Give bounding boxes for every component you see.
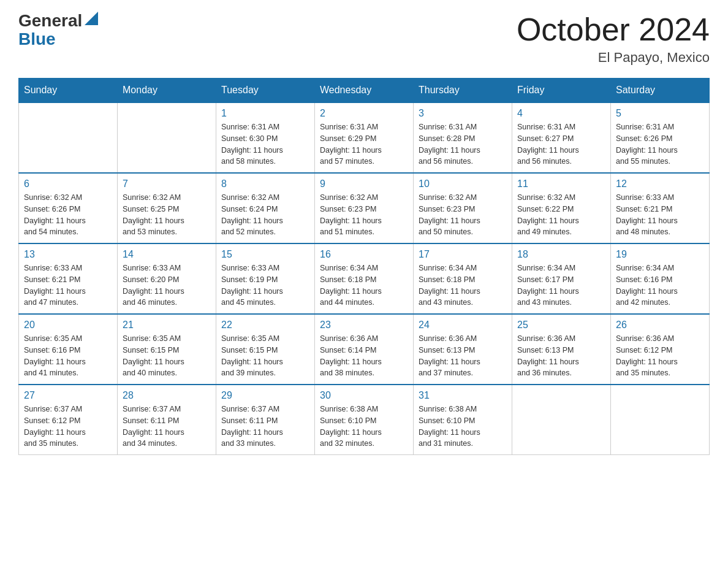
day-info: Sunrise: 6:34 AM Sunset: 6:18 PM Dayligh… <box>419 262 507 308</box>
day-number: 30 <box>320 390 408 401</box>
calendar-cell: 22Sunrise: 6:35 AM Sunset: 6:15 PM Dayli… <box>216 314 315 385</box>
calendar-cell: 24Sunrise: 6:36 AM Sunset: 6:13 PM Dayli… <box>414 314 512 385</box>
calendar-day-header: Monday <box>118 79 216 103</box>
calendar-cell: 26Sunrise: 6:36 AM Sunset: 6:12 PM Dayli… <box>611 314 710 385</box>
calendar-day-header: Saturday <box>611 79 710 103</box>
day-number: 9 <box>320 178 408 190</box>
day-info: Sunrise: 6:37 AM Sunset: 6:12 PM Dayligh… <box>24 404 112 450</box>
calendar-day-header: Friday <box>512 79 611 103</box>
calendar-cell: 11Sunrise: 6:32 AM Sunset: 6:22 PM Dayli… <box>512 173 611 243</box>
subtitle: El Papayo, Mexico <box>517 50 710 66</box>
logo-triangle-icon <box>85 12 98 25</box>
calendar-cell: 20Sunrise: 6:35 AM Sunset: 6:16 PM Dayli… <box>19 314 118 385</box>
day-info: Sunrise: 6:35 AM Sunset: 6:15 PM Dayligh… <box>123 333 211 379</box>
logo: General Blue <box>18 12 98 49</box>
day-number: 20 <box>24 320 112 331</box>
day-info: Sunrise: 6:36 AM Sunset: 6:14 PM Dayligh… <box>320 333 408 379</box>
calendar-cell: 7Sunrise: 6:32 AM Sunset: 6:25 PM Daylig… <box>118 173 216 243</box>
day-number: 2 <box>320 108 408 119</box>
day-info: Sunrise: 6:32 AM Sunset: 6:26 PM Dayligh… <box>24 192 112 238</box>
day-info: Sunrise: 6:31 AM Sunset: 6:28 PM Dayligh… <box>419 121 507 167</box>
day-number: 23 <box>320 320 408 331</box>
day-number: 18 <box>517 249 605 260</box>
calendar-week-row: 20Sunrise: 6:35 AM Sunset: 6:16 PM Dayli… <box>19 314 710 385</box>
calendar-cell <box>512 385 611 455</box>
day-number: 13 <box>24 249 112 260</box>
calendar-cell: 3Sunrise: 6:31 AM Sunset: 6:28 PM Daylig… <box>414 102 512 173</box>
day-number: 15 <box>221 249 309 260</box>
day-info: Sunrise: 6:34 AM Sunset: 6:18 PM Dayligh… <box>320 262 408 308</box>
day-info: Sunrise: 6:33 AM Sunset: 6:21 PM Dayligh… <box>616 192 704 238</box>
calendar-week-row: 6Sunrise: 6:32 AM Sunset: 6:26 PM Daylig… <box>19 173 710 243</box>
day-info: Sunrise: 6:36 AM Sunset: 6:13 PM Dayligh… <box>517 333 605 379</box>
calendar-day-header: Tuesday <box>216 79 315 103</box>
day-info: Sunrise: 6:32 AM Sunset: 6:22 PM Dayligh… <box>517 192 605 238</box>
calendar-week-row: 1Sunrise: 6:31 AM Sunset: 6:30 PM Daylig… <box>19 102 710 173</box>
day-info: Sunrise: 6:32 AM Sunset: 6:23 PM Dayligh… <box>419 192 507 238</box>
day-number: 11 <box>517 178 605 190</box>
calendar-cell: 9Sunrise: 6:32 AM Sunset: 6:23 PM Daylig… <box>315 173 414 243</box>
day-info: Sunrise: 6:38 AM Sunset: 6:10 PM Dayligh… <box>320 404 408 450</box>
day-number: 21 <box>123 320 211 331</box>
day-number: 1 <box>221 108 309 119</box>
day-info: Sunrise: 6:33 AM Sunset: 6:19 PM Dayligh… <box>221 262 309 308</box>
day-number: 4 <box>517 108 605 119</box>
calendar-cell: 8Sunrise: 6:32 AM Sunset: 6:24 PM Daylig… <box>216 173 315 243</box>
calendar-cell: 18Sunrise: 6:34 AM Sunset: 6:17 PM Dayli… <box>512 243 611 314</box>
day-number: 29 <box>221 390 309 401</box>
calendar-cell: 27Sunrise: 6:37 AM Sunset: 6:12 PM Dayli… <box>19 385 118 455</box>
day-number: 12 <box>616 178 704 190</box>
calendar-body: 1Sunrise: 6:31 AM Sunset: 6:30 PM Daylig… <box>19 102 710 455</box>
day-number: 27 <box>24 390 112 401</box>
day-info: Sunrise: 6:33 AM Sunset: 6:21 PM Dayligh… <box>24 262 112 308</box>
day-number: 10 <box>419 178 507 190</box>
day-number: 28 <box>123 390 211 401</box>
calendar-cell: 17Sunrise: 6:34 AM Sunset: 6:18 PM Dayli… <box>414 243 512 314</box>
main-title: October 2024 <box>517 12 710 47</box>
calendar-cell: 13Sunrise: 6:33 AM Sunset: 6:21 PM Dayli… <box>19 243 118 314</box>
day-number: 5 <box>616 108 704 119</box>
calendar-cell: 15Sunrise: 6:33 AM Sunset: 6:19 PM Dayli… <box>216 243 315 314</box>
calendar-cell: 21Sunrise: 6:35 AM Sunset: 6:15 PM Dayli… <box>118 314 216 385</box>
calendar-cell: 10Sunrise: 6:32 AM Sunset: 6:23 PM Dayli… <box>414 173 512 243</box>
day-number: 22 <box>221 320 309 331</box>
day-number: 19 <box>616 249 704 260</box>
calendar-cell: 29Sunrise: 6:37 AM Sunset: 6:11 PM Dayli… <box>216 385 315 455</box>
calendar-table: SundayMondayTuesdayWednesdayThursdayFrid… <box>18 78 710 455</box>
day-number: 24 <box>419 320 507 331</box>
calendar-cell: 19Sunrise: 6:34 AM Sunset: 6:16 PM Dayli… <box>611 243 710 314</box>
day-info: Sunrise: 6:36 AM Sunset: 6:12 PM Dayligh… <box>616 333 704 379</box>
calendar-cell: 28Sunrise: 6:37 AM Sunset: 6:11 PM Dayli… <box>118 385 216 455</box>
calendar-cell: 31Sunrise: 6:38 AM Sunset: 6:10 PM Dayli… <box>414 385 512 455</box>
calendar-cell: 16Sunrise: 6:34 AM Sunset: 6:18 PM Dayli… <box>315 243 414 314</box>
calendar-cell: 14Sunrise: 6:33 AM Sunset: 6:20 PM Dayli… <box>118 243 216 314</box>
page-header: General Blue October 2024 El Papayo, Mex… <box>18 12 710 66</box>
day-info: Sunrise: 6:31 AM Sunset: 6:29 PM Dayligh… <box>320 121 408 167</box>
calendar-cell: 6Sunrise: 6:32 AM Sunset: 6:26 PM Daylig… <box>19 173 118 243</box>
calendar-cell: 12Sunrise: 6:33 AM Sunset: 6:21 PM Dayli… <box>611 173 710 243</box>
calendar-cell: 30Sunrise: 6:38 AM Sunset: 6:10 PM Dayli… <box>315 385 414 455</box>
logo-blue-text: Blue <box>18 29 56 49</box>
calendar-week-row: 13Sunrise: 6:33 AM Sunset: 6:21 PM Dayli… <box>19 243 710 314</box>
day-info: Sunrise: 6:31 AM Sunset: 6:26 PM Dayligh… <box>616 121 704 167</box>
day-number: 17 <box>419 249 507 260</box>
day-number: 31 <box>419 390 507 401</box>
day-number: 8 <box>221 178 309 190</box>
calendar-cell: 23Sunrise: 6:36 AM Sunset: 6:14 PM Dayli… <box>315 314 414 385</box>
svg-marker-0 <box>85 12 98 25</box>
day-number: 6 <box>24 178 112 190</box>
day-info: Sunrise: 6:31 AM Sunset: 6:30 PM Dayligh… <box>221 121 309 167</box>
day-number: 26 <box>616 320 704 331</box>
day-info: Sunrise: 6:34 AM Sunset: 6:17 PM Dayligh… <box>517 262 605 308</box>
day-info: Sunrise: 6:38 AM Sunset: 6:10 PM Dayligh… <box>419 404 507 450</box>
day-info: Sunrise: 6:34 AM Sunset: 6:16 PM Dayligh… <box>616 262 704 308</box>
calendar-cell: 5Sunrise: 6:31 AM Sunset: 6:26 PM Daylig… <box>611 102 710 173</box>
day-info: Sunrise: 6:35 AM Sunset: 6:15 PM Dayligh… <box>221 333 309 379</box>
day-info: Sunrise: 6:37 AM Sunset: 6:11 PM Dayligh… <box>221 404 309 450</box>
day-number: 14 <box>123 249 211 260</box>
day-info: Sunrise: 6:35 AM Sunset: 6:16 PM Dayligh… <box>24 333 112 379</box>
day-info: Sunrise: 6:32 AM Sunset: 6:23 PM Dayligh… <box>320 192 408 238</box>
calendar-cell: 25Sunrise: 6:36 AM Sunset: 6:13 PM Dayli… <box>512 314 611 385</box>
calendar-week-row: 27Sunrise: 6:37 AM Sunset: 6:12 PM Dayli… <box>19 385 710 455</box>
day-info: Sunrise: 6:36 AM Sunset: 6:13 PM Dayligh… <box>419 333 507 379</box>
